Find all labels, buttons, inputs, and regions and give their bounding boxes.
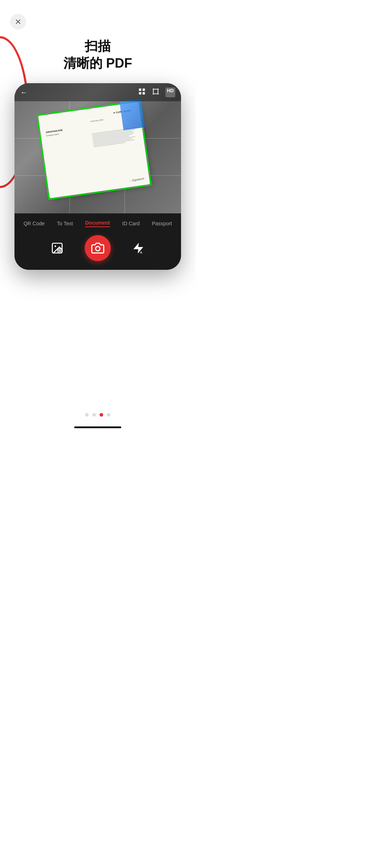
flash-button[interactable]: A	[129, 239, 148, 258]
back-icon[interactable]: ←	[20, 88, 28, 97]
svg-rect-4	[139, 92, 141, 94]
hd-icon[interactable]: HD	[165, 88, 175, 97]
svg-point-16	[55, 246, 56, 247]
tab-passport[interactable]: Passport	[151, 220, 173, 227]
tab-totext[interactable]: To Text	[55, 220, 74, 227]
phone-bottom: QR Code To Text Document ID Card Passpor…	[14, 213, 181, 270]
phone-topbar: ←	[14, 83, 181, 101]
document-scan: ✒ Coffe Studio 3 February 2020 JONATHAN …	[38, 102, 150, 199]
crop-icon[interactable]	[152, 88, 160, 97]
title-line1: 扫描	[0, 38, 196, 55]
home-indicator	[74, 426, 121, 428]
phone-frame: ←	[14, 83, 181, 270]
svg-rect-5	[143, 92, 145, 94]
title-line2: 清晰的 PDF	[0, 55, 196, 72]
svg-point-20	[96, 247, 100, 251]
corner-accent	[119, 99, 145, 131]
phone-mockup: ←	[14, 83, 181, 270]
tab-document[interactable]: Document	[84, 219, 111, 228]
page-dots	[85, 413, 110, 417]
svg-rect-2	[139, 88, 141, 90]
tab-idcard[interactable]: ID Card	[121, 220, 141, 227]
dot-1[interactable]	[85, 413, 89, 417]
svg-text:A: A	[140, 251, 143, 254]
camera-view: ←	[14, 83, 181, 213]
dot-2[interactable]	[92, 413, 96, 417]
close-button[interactable]	[10, 14, 26, 30]
grid-icon[interactable]	[138, 88, 146, 97]
mode-tabs: QR Code To Text Document ID Card Passpor…	[14, 213, 181, 231]
action-buttons: A	[14, 231, 181, 270]
title-section: 扫描 清晰的 PDF	[0, 38, 196, 72]
dot-3[interactable]	[100, 413, 103, 417]
tab-qrcode[interactable]: QR Code	[22, 220, 46, 227]
svg-rect-6	[154, 89, 158, 94]
capture-button[interactable]	[85, 235, 111, 261]
dot-4[interactable]	[107, 413, 110, 417]
gallery-button[interactable]	[48, 239, 67, 258]
svg-rect-3	[143, 88, 145, 90]
